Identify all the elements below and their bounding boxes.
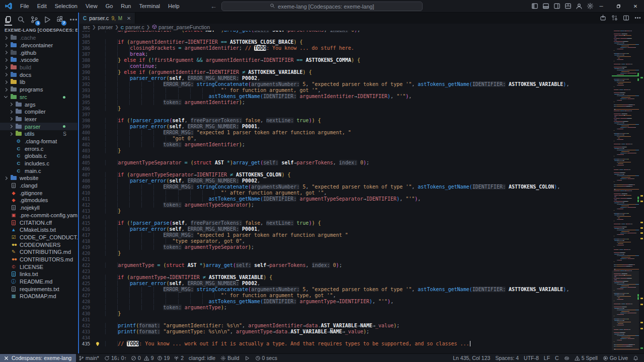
breadcrumb-file[interactable]: C parser.c	[121, 24, 144, 30]
code-line-387[interactable]: 387 break;	[79, 51, 644, 57]
breadcrumb-parser[interactable]: parser	[98, 24, 113, 30]
code-line-415[interactable]: 415 if (!parser_parse(self, freeParserTo…	[79, 220, 644, 226]
code-line-410[interactable]: 410 "' after function argument, got '",	[79, 190, 644, 196]
status-error-icon[interactable]: 0	[129, 354, 142, 362]
tab-close-icon[interactable]: ✕	[127, 16, 131, 21]
activity-run-debug-icon[interactable]	[43, 15, 51, 24]
code-line-417[interactable]: 417 ERROR_MSG: "expected 1 parser token …	[79, 232, 644, 238]
tree-file-codeowners[interactable]: ☻☻CODEOWNERS	[0, 241, 77, 248]
activity-more-icon[interactable]	[69, 15, 77, 24]
tree-file-contributing-md[interactable]: ✎CONTRIBUTING.md	[0, 248, 77, 256]
tree-file-errors-c[interactable]: Cerrors.c	[0, 145, 77, 152]
tree-folder--devcontainer[interactable]: .devcontainer	[0, 42, 77, 49]
code-line-418[interactable]: 418 "type separator, got 0",	[79, 238, 644, 244]
code-line-427[interactable]: 427 "' for function argument type, got '…	[79, 293, 644, 299]
tree-file--clangd[interactable]: .clangd	[0, 182, 77, 190]
more-actions-icon[interactable]	[634, 15, 641, 22]
code-line-416[interactable]: 416 parser_error(self, ERROR_MSG_NUMBER:…	[79, 226, 644, 232]
status-golive-icon[interactable]: Go Live	[600, 354, 630, 362]
code-viewport[interactable]: 383 argumentIdentifier = (struct AST *)a…	[79, 31, 644, 353]
status-ports-icon[interactable]: 2	[171, 354, 186, 362]
tree-file-includes-c[interactable]: Cincludes.c	[0, 160, 77, 167]
account-icon[interactable]	[575, 3, 583, 10]
code-line-419[interactable]: 419 token: argumentTypeSeparator);	[79, 244, 644, 250]
activity-search-icon[interactable]	[17, 15, 26, 24]
close-button[interactable]: ✕	[627, 0, 644, 13]
tree-folder-lib[interactable]: lib	[0, 78, 77, 86]
tree-file-main-c[interactable]: Cmain.c	[0, 167, 77, 174]
tree-file-links-txt[interactable]: links.txt	[0, 270, 77, 278]
menu-help[interactable]: Help	[165, 2, 183, 11]
code-line-420[interactable]: 420 }	[79, 250, 644, 256]
code-line-414[interactable]: 414	[79, 214, 644, 220]
status-branch-icon[interactable]: main*	[76, 354, 102, 362]
status-clangd-idle[interactable]: clangd: idle	[186, 354, 218, 362]
status-info-icon[interactable]: 19	[155, 354, 172, 362]
status-spaces-4[interactable]: Spaces: 4	[493, 354, 521, 362]
tree-folder-lexer[interactable]: lexer	[0, 116, 77, 123]
activity-extensions-icon[interactable]: 7	[56, 15, 64, 24]
code-line-423[interactable]: 423	[79, 268, 644, 275]
tree-file-citation-cff[interactable]: CITATION.cff	[0, 219, 77, 226]
tree-file-roadmap-md[interactable]: ▦ROADMAP.md	[0, 293, 77, 300]
tree-file--gitmodules[interactable]: ◆.gitmodules	[0, 197, 77, 204]
code-line-433[interactable]: 433 printf(format: "argumentType: %s\n\n…	[79, 329, 644, 335]
code-line-400[interactable]: 400 ERROR_MSG: "expected 1 parser token …	[79, 130, 644, 136]
code-line-408[interactable]: 408 parser_error(self, ERROR_MSG_NUMBER:…	[79, 178, 644, 184]
status-sync-icon[interactable]: 16↓ 0↑	[102, 354, 129, 362]
menu-view[interactable]: View	[82, 2, 101, 11]
status-gear-icon[interactable]: Build	[218, 354, 242, 362]
code-line-428[interactable]: 428 astTokens_getName(IDENTIFIER: argume…	[79, 299, 644, 305]
restore-button[interactable]	[610, 0, 627, 13]
tree-file-contributors-md[interactable]: ☻☻CONTRIBUTORS.md	[0, 256, 77, 263]
code-line-429[interactable]: 429 token: argumentType);	[79, 305, 644, 311]
code-line-403[interactable]: 403 }	[79, 148, 644, 154]
tree-file-cmakelists-txt[interactable]: ▲CMakeLists.txt	[0, 226, 77, 234]
code-line-384[interactable]: 384	[79, 33, 644, 39]
menu-selection[interactable]: Selection	[51, 2, 81, 11]
code-line-422[interactable]: 422 argumentType = (struct AST *)array_g…	[79, 262, 644, 268]
status-c[interactable]: C	[552, 354, 561, 362]
tree-file-requirements-txt[interactable]: requirements.txt	[0, 285, 77, 293]
code-line-435[interactable]: 435 // TODO: You know ... work out if it…	[79, 341, 644, 347]
tree-file--gitignore[interactable]: ◆.gitignore	[0, 189, 77, 197]
code-line-386[interactable]: 386 closingBrackets = argumentIdentifier…	[79, 45, 644, 51]
code-line-401[interactable]: 401 "got 0",	[79, 136, 644, 142]
code-line-413[interactable]: 413 }	[79, 208, 644, 214]
activity-source-control-icon[interactable]: 1	[30, 15, 39, 24]
back-arrow-icon[interactable]: ←	[210, 3, 217, 10]
code-line-393[interactable]: 393 "' for function argument, got '",	[79, 87, 644, 94]
breadcrumb-src[interactable]: src	[83, 24, 90, 30]
tree-folder-utils[interactable]: utilsS	[0, 130, 77, 138]
menu-go[interactable]: Go	[102, 2, 117, 11]
code-line-426[interactable]: 426 ERROR_MSG: stringConcatenate(argumen…	[79, 287, 644, 293]
tree-folder-parser[interactable]: parser	[0, 123, 77, 130]
layout-right-icon[interactable]	[553, 3, 560, 10]
tree-file-license[interactable]: ©LICENSE	[0, 263, 77, 270]
status-remote-icon[interactable]: Codespaces: exeme-lang	[0, 354, 76, 362]
tab-parser-c[interactable]: C parser.c 9, M ✕	[79, 13, 135, 24]
code-line-405[interactable]: 405 argumentTypeSeparator = (struct AST …	[79, 160, 644, 166]
code-line-434[interactable]: 434	[79, 335, 644, 341]
code-line-411[interactable]: 411 astTokens_getName(IDENTIFIER: argume…	[79, 196, 644, 202]
code-line-395[interactable]: 395 token: argumentIdentifier);	[79, 100, 644, 106]
layout-grid-icon[interactable]	[564, 3, 572, 10]
menu-terminal[interactable]: Terminal	[136, 2, 164, 11]
code-line-425[interactable]: 425 parser_error(self, ERROR_MSG_NUMBER:…	[79, 281, 644, 287]
menu-file[interactable]: File	[17, 2, 33, 11]
breadcrumb-symbol[interactable]: parser_parseFunction	[152, 24, 210, 30]
code-line-389[interactable]: 389 continue;	[79, 63, 644, 69]
status-warning-icon[interactable]: 9	[142, 354, 155, 362]
layout-bottom-icon[interactable]	[542, 3, 549, 10]
code-line-407[interactable]: 407 if (argumentTypeSeparator→IDENTIFIER…	[79, 172, 644, 178]
layout-left-icon[interactable]	[531, 3, 538, 10]
explorer-section-header[interactable]: EXEME-LANG [CODESPACES: EXEME-L...	[0, 25, 77, 34]
tree-folder--cache[interactable]: .cache	[0, 34, 77, 42]
status-warning-icon[interactable]: 5 Spell	[572, 354, 600, 362]
code-line-409[interactable]: 409 ERROR_MSG: stringConcatenate(argumen…	[79, 184, 644, 190]
code-line-397[interactable]: 397	[79, 112, 644, 118]
code-line-431[interactable]: 431	[79, 317, 644, 323]
code-line-396[interactable]: 396 }	[79, 106, 644, 112]
tree-folder-args[interactable]: args	[0, 101, 77, 108]
tree-folder-docs[interactable]: docs	[0, 71, 77, 78]
